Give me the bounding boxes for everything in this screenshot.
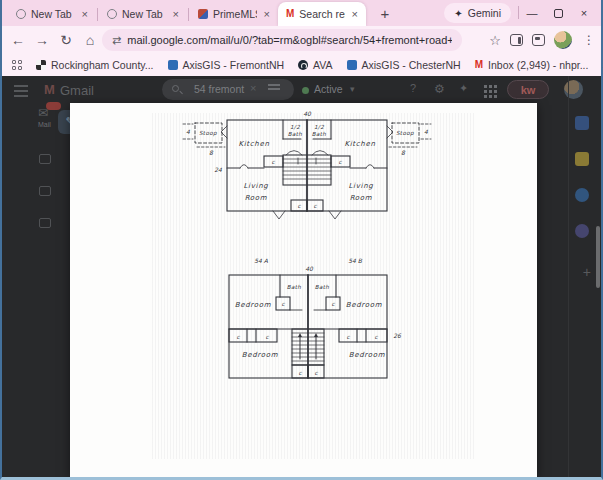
bookmark-rockingham[interactable]: Rockingham County... bbox=[36, 59, 154, 71]
bookmark-star-icon[interactable]: ☆ bbox=[489, 33, 501, 48]
labels-nav-icon[interactable] bbox=[39, 218, 51, 228]
reload-button[interactable]: ↻ bbox=[54, 28, 78, 52]
tab-divider bbox=[97, 8, 98, 21]
tab-primemls[interactable]: PrimeMLS Dashbo... × bbox=[190, 2, 278, 26]
help-icon[interactable]: ? bbox=[410, 82, 416, 94]
add-addon-icon[interactable]: + bbox=[583, 264, 591, 280]
meet-nav-icon[interactable] bbox=[39, 186, 51, 196]
back-button[interactable]: ← bbox=[6, 28, 30, 52]
chat-nav-icon[interactable] bbox=[39, 154, 51, 164]
tab-label: New Tab bbox=[31, 8, 75, 20]
tab-close-icon[interactable]: × bbox=[262, 8, 272, 20]
status-dot-icon bbox=[302, 87, 309, 94]
search-filter-icon[interactable] bbox=[268, 84, 280, 86]
address-bar[interactable]: ⇄ mail.google.com/mail/u/0/?tab=rm&ogbl#… bbox=[102, 29, 462, 51]
bookmark-label: AxisGIS - ChesterNH bbox=[362, 59, 461, 71]
tab-label: PrimeMLS Dashbo... bbox=[213, 8, 257, 20]
gmail-account-avatar[interactable] bbox=[564, 80, 583, 99]
close-button[interactable]: × bbox=[571, 0, 597, 26]
bookmark-label: AVA bbox=[313, 59, 332, 71]
kw-logo-badge: kw bbox=[507, 80, 549, 99]
tasks-icon[interactable] bbox=[575, 188, 589, 202]
side-panel-icon[interactable] bbox=[510, 34, 523, 46]
bookmark-label: Inbox (2,949) - nhpr... bbox=[488, 59, 588, 71]
forward-button[interactable]: → bbox=[30, 28, 54, 52]
settings-gear-icon[interactable]: ⚙ bbox=[434, 82, 445, 96]
toolbar-right-icons: ☆ ⋮ bbox=[489, 26, 597, 54]
tab-close-icon[interactable]: × bbox=[80, 8, 90, 20]
unread-badge bbox=[46, 102, 61, 110]
maximize-button[interactable] bbox=[545, 0, 571, 26]
status-caret-icon: ▾ bbox=[350, 84, 355, 94]
reading-list-icon[interactable] bbox=[532, 34, 545, 46]
tab-new-tab-2[interactable]: New Tab × bbox=[99, 2, 187, 26]
gmail-favicon-icon: M bbox=[475, 60, 483, 70]
scrollbar-thumb[interactable] bbox=[596, 226, 600, 288]
axisgis-favicon-icon bbox=[347, 60, 357, 70]
contacts-icon[interactable] bbox=[575, 224, 589, 238]
browser-window: New Tab × New Tab × PrimeMLS Dashbo... ×… bbox=[0, 0, 603, 480]
mail-nav-label: Mail bbox=[38, 121, 51, 128]
bookmarks-bar: Rockingham County... AxisGIS - FremontNH… bbox=[2, 54, 601, 76]
gemini-button[interactable]: ✦ Gemini bbox=[444, 3, 511, 23]
url-text[interactable]: mail.google.com/mail/u/0/?tab=rm&ogbl#se… bbox=[127, 34, 452, 46]
apps-grid-icon[interactable] bbox=[12, 60, 22, 70]
bookmark-axisgis-chester[interactable]: AxisGIS - ChesterNH bbox=[347, 59, 461, 71]
tab-close-icon[interactable]: × bbox=[171, 8, 181, 20]
tab-new-tab-1[interactable]: New Tab × bbox=[8, 2, 96, 26]
tab-label: New Tab bbox=[122, 8, 166, 20]
bookmark-label: AxisGIS - FremontNH bbox=[183, 59, 285, 71]
bookmark-ava[interactable]: AVA bbox=[298, 59, 332, 71]
calendar-icon[interactable] bbox=[575, 116, 589, 130]
tab-label: Search results - nh... bbox=[299, 8, 344, 20]
tab-search-results-active[interactable]: M Search results - nh... × bbox=[278, 2, 366, 26]
status-label[interactable]: Active bbox=[314, 83, 343, 95]
maximize-icon bbox=[554, 9, 563, 18]
side-panel-divider bbox=[568, 76, 569, 477]
profile-avatar[interactable] bbox=[554, 31, 572, 49]
browser-toolbar: ← → ↻ ⌂ ⇄ mail.google.com/mail/u/0/?tab=… bbox=[2, 26, 601, 54]
scan-texture bbox=[152, 113, 475, 459]
ava-favicon-icon bbox=[298, 60, 308, 70]
globe-favicon-icon bbox=[16, 9, 26, 19]
rockingham-favicon-icon bbox=[36, 60, 46, 70]
gmail-search-value[interactable]: 54 fremont bbox=[194, 83, 244, 95]
window-controls: — × bbox=[519, 0, 597, 26]
google-apps-grid-icon[interactable] bbox=[484, 85, 487, 88]
gmail-logo-icon: M bbox=[44, 82, 55, 97]
attachment-image[interactable]: 40 24 Kitchen Kitchen 1/2 Bath 1/2 Bath … bbox=[70, 103, 537, 477]
axisgis-favicon-icon bbox=[168, 60, 178, 70]
clear-search-icon[interactable]: × bbox=[250, 82, 256, 94]
gemini-sparkle-icon: ✦ bbox=[454, 8, 462, 19]
site-info-icon[interactable]: ⇄ bbox=[112, 34, 121, 47]
gemini-gmail-icon[interactable]: ✦ bbox=[459, 82, 468, 95]
primemls-favicon-icon bbox=[198, 9, 208, 19]
bookmark-axisgis-fremont[interactable]: AxisGIS - FremontNH bbox=[168, 59, 285, 71]
gmail-logo-text: Gmail bbox=[60, 83, 94, 98]
tab-close-icon[interactable]: × bbox=[350, 8, 360, 20]
tab-strip: New Tab × New Tab × PrimeMLS Dashbo... ×… bbox=[2, 0, 601, 26]
gmail-favicon-icon: M bbox=[286, 9, 294, 19]
gmail-projector-overlay: M Gmail 54 fremont × Active ▾ ? ⚙ ✦ kw ✉… bbox=[2, 76, 601, 477]
gemini-label: Gemini bbox=[468, 7, 501, 19]
new-tab-button[interactable]: + bbox=[374, 2, 396, 24]
search-icon bbox=[172, 85, 179, 92]
keep-icon[interactable] bbox=[575, 152, 589, 166]
browser-menu-icon[interactable]: ⋮ bbox=[581, 33, 597, 47]
gmail-menu-icon[interactable] bbox=[14, 85, 28, 87]
globe-favicon-icon bbox=[107, 9, 117, 19]
home-button[interactable]: ⌂ bbox=[78, 28, 102, 52]
tab-divider bbox=[188, 8, 189, 21]
minimize-button[interactable]: — bbox=[519, 0, 545, 26]
bookmark-inbox[interactable]: M Inbox (2,949) - nhpr... bbox=[475, 59, 589, 71]
bookmark-label: Rockingham County... bbox=[51, 59, 154, 71]
